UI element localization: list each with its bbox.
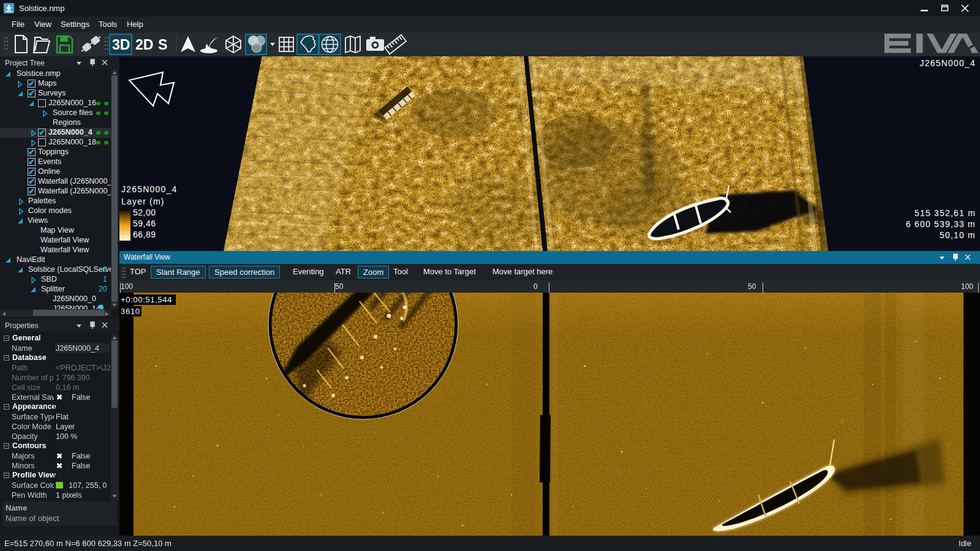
svg-text:515 352,61 m: 515 352,61 m [914,208,976,218]
svg-text:59,46: 59,46 [133,219,156,228]
svg-text:J265N000_4: J265N000_4 [920,58,976,68]
svg-text:Layer (m): Layer (m) [121,197,165,206]
svg-text:3610: 3610 [121,307,140,316]
svg-text:6 600 539,33 m: 6 600 539,33 m [906,219,976,229]
svg-text:52,00: 52,00 [133,208,156,217]
svg-text:J265N000_4: J265N000_4 [121,184,177,194]
svg-text:2D: 2D [135,37,153,53]
svg-text:50,10 m: 50,10 m [940,230,976,240]
svg-text:3D: 3D [112,37,130,53]
svg-text:S: S [158,37,167,53]
svg-text:+0:00:51,544: +0:00:51,544 [121,295,172,304]
svg-text:66,89: 66,89 [133,230,156,239]
